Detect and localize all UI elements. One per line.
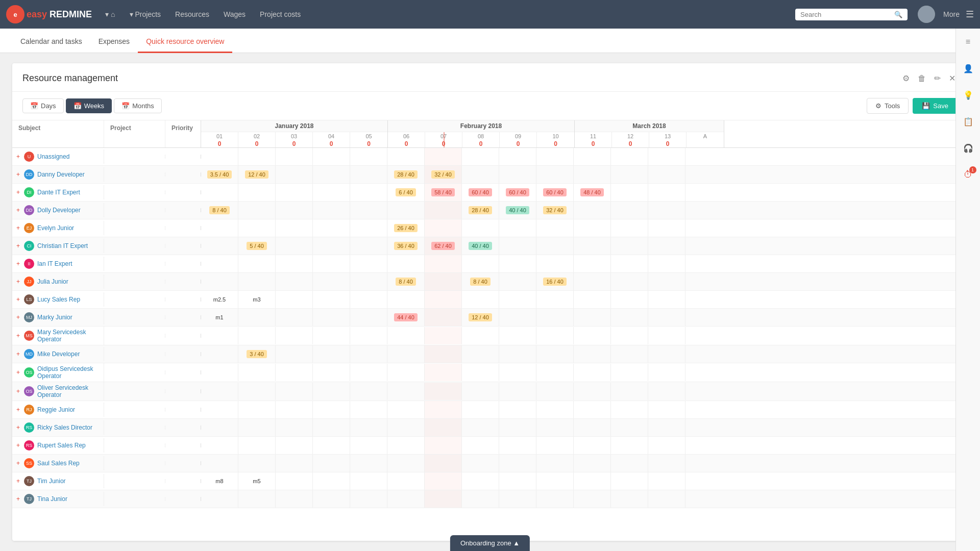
- tab-quick-resource-overview[interactable]: Quick resource overview: [138, 31, 232, 53]
- row-subject-10[interactable]: + MS Mary Servicedesk Operator: [12, 327, 104, 345]
- bulb-sidebar-icon[interactable]: 💡: [959, 86, 977, 104]
- row-subject-0[interactable]: + U Unassigned: [12, 149, 104, 164]
- settings-icon-button[interactable]: ⚙: [900, 71, 912, 85]
- table-row: + II Ian IT Expert: [12, 255, 968, 273]
- days-view-button[interactable]: 📅 Days: [22, 98, 64, 113]
- search-input[interactable]: [800, 11, 894, 18]
- col-header-project: Project: [104, 120, 165, 147]
- row-subject-16[interactable]: + RS Rupert Sales Rep: [12, 438, 104, 453]
- expand-icon[interactable]: +: [16, 296, 20, 303]
- cell-18-3: [313, 472, 350, 490]
- row-subject-17[interactable]: + SS Saul Sales Rep: [12, 456, 104, 470]
- expand-icon[interactable]: +: [16, 406, 20, 413]
- row-subject-11[interactable]: + MD Mike Developer: [12, 347, 104, 361]
- cell-5-4: [350, 237, 387, 255]
- cell-badge: 28 / 40: [469, 206, 492, 214]
- row-subject-6[interactable]: + II Ian IT Expert: [12, 257, 104, 271]
- expand-icon[interactable]: +: [16, 460, 20, 467]
- expand-icon[interactable]: +: [16, 224, 20, 232]
- row-subject-1[interactable]: + DD Danny Developer: [12, 167, 104, 182]
- expand-icon[interactable]: +: [16, 495, 20, 503]
- cell-17-9: [536, 455, 574, 472]
- edit-icon-button[interactable]: ✏: [932, 71, 943, 85]
- expand-icon[interactable]: +: [16, 207, 20, 214]
- months-view-button[interactable]: 📅 Months: [114, 98, 162, 113]
- expand-icon[interactable]: +: [16, 388, 20, 395]
- row-subject-5[interactable]: + CI Christian IT Expert: [12, 239, 104, 253]
- cell-19-12: [648, 490, 685, 508]
- row-project-18: [104, 479, 165, 483]
- row-subject-14[interactable]: + RJ Reggie Junior: [12, 403, 104, 417]
- tools-button[interactable]: ⚙ Tools: [867, 98, 909, 114]
- timer-sidebar-icon[interactable]: ⏱ 1: [959, 165, 977, 184]
- user-avatar[interactable]: [918, 6, 935, 23]
- row-subject-18[interactable]: + TJ Tim Junior: [12, 474, 104, 488]
- row-subject-2[interactable]: + DI Dante IT Expert: [12, 185, 104, 199]
- expand-icon[interactable]: +: [16, 171, 20, 178]
- cell-19-1: [238, 490, 276, 508]
- row-project-14: [104, 408, 165, 412]
- row-subject-7[interactable]: + JJ Julia Junior: [12, 274, 104, 289]
- expand-icon[interactable]: +: [16, 478, 20, 485]
- nav-home[interactable]: ▾ ⌂: [100, 7, 120, 21]
- onboarding-bar[interactable]: Onboarding zone ▲: [450, 535, 530, 551]
- logo-area[interactable]: e easy REDMINE: [6, 5, 92, 23]
- avatar: MJ: [24, 312, 34, 322]
- nav-project-costs[interactable]: Project costs: [255, 7, 306, 21]
- person-sidebar-icon[interactable]: 👤: [959, 59, 977, 78]
- hamburger-menu[interactable]: ☰: [966, 9, 974, 20]
- expand-icon[interactable]: +: [16, 332, 20, 339]
- expand-icon[interactable]: +: [16, 242, 20, 249]
- expand-icon[interactable]: +: [16, 350, 20, 358]
- cell-7-8: [499, 273, 536, 290]
- cell-17-0: [201, 455, 238, 472]
- cell-7-1: [238, 273, 276, 290]
- row-subject-15[interactable]: + RS Ricky Sales Director: [12, 420, 104, 435]
- table-row: + DI Dante IT Expert 6 / 40 58 / 40 60 /…: [12, 184, 968, 202]
- more-button[interactable]: More: [943, 10, 960, 18]
- tab-calendar-tasks[interactable]: Calendar and tasks: [12, 31, 90, 53]
- headset-sidebar-icon[interactable]: 🎧: [959, 139, 977, 157]
- row-subject-8[interactable]: + LS Lucy Sales Rep: [12, 292, 104, 307]
- search-icon[interactable]: 🔍: [894, 11, 902, 18]
- avatar: DD: [24, 169, 34, 180]
- expand-icon[interactable]: +: [16, 278, 20, 285]
- cell-16-4: [350, 437, 387, 454]
- expand-icon[interactable]: +: [16, 153, 20, 160]
- logo-circle: e: [6, 5, 24, 23]
- week-01-num: 01: [216, 132, 223, 140]
- expand-icon[interactable]: +: [16, 189, 20, 196]
- save-button[interactable]: 💾 Save: [913, 98, 958, 114]
- tab-expenses[interactable]: Expenses: [90, 31, 138, 53]
- cell-0-5: [387, 148, 425, 165]
- cell-6-9: [536, 255, 574, 272]
- search-box[interactable]: 🔍: [795, 9, 908, 20]
- row-subject-4[interactable]: + EJ Evelyn Junior: [12, 221, 104, 235]
- expand-icon[interactable]: +: [16, 424, 20, 431]
- expand-icon[interactable]: +: [16, 369, 20, 376]
- cell-7-13: [685, 273, 723, 290]
- row-subject-19[interactable]: + TJ Tina Junior: [12, 492, 104, 506]
- table-row: + TJ Tim Junior m8 m5: [12, 472, 968, 490]
- weeks-view-button[interactable]: 📅 Weeks: [66, 98, 112, 113]
- nav-wages[interactable]: Wages: [218, 7, 251, 21]
- row-subject-9[interactable]: + MJ Marky Junior: [12, 310, 104, 324]
- row-subject-3[interactable]: + DD Dolly Developer: [12, 203, 104, 217]
- expand-icon[interactable]: +: [16, 314, 20, 321]
- cell-10-9: [536, 327, 574, 344]
- nav-resources[interactable]: Resources: [170, 7, 214, 21]
- table-row: + OS Oliver Servicedesk Operator: [12, 382, 968, 401]
- row-subject-12[interactable]: + OS Oidipus Servicedesk Operator: [12, 363, 104, 382]
- expand-icon[interactable]: +: [16, 260, 20, 267]
- trash-icon-button[interactable]: 🗑: [916, 71, 928, 85]
- cell-16-6: [425, 437, 462, 454]
- cell-17-3: [313, 455, 350, 472]
- cell-badge: 48 / 40: [580, 188, 604, 196]
- expand-icon[interactable]: +: [16, 442, 20, 449]
- clipboard-sidebar-icon[interactable]: 📋: [959, 112, 977, 131]
- cell-badge: 62 / 40: [431, 242, 455, 250]
- stack-sidebar-icon[interactable]: ≡: [959, 33, 977, 51]
- view-buttons: 📅 Days 📅 Weeks 📅 Months: [22, 98, 162, 113]
- nav-projects[interactable]: ▾ Projects: [125, 7, 166, 21]
- row-subject-13[interactable]: + OS Oliver Servicedesk Operator: [12, 382, 104, 400]
